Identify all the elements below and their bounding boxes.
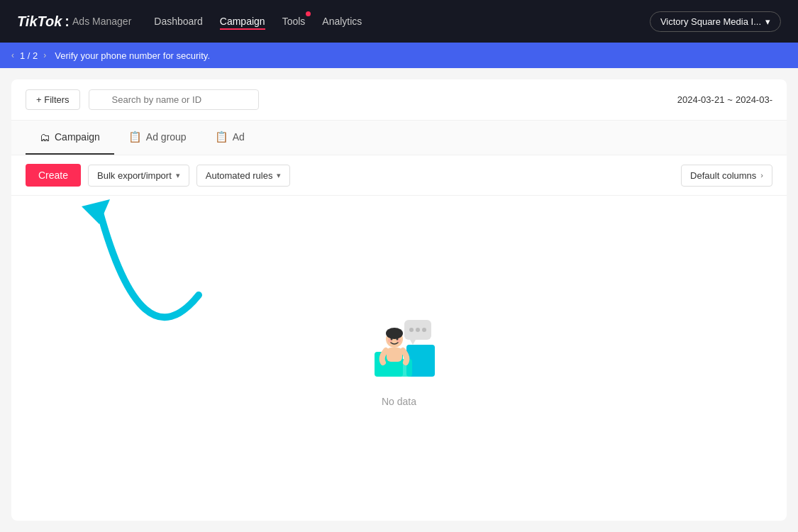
date-start: 2024-03-21 <box>677 94 725 105</box>
automated-chevron-icon: ▾ <box>277 171 281 180</box>
automated-label: Automated rules <box>206 170 273 181</box>
nav-dashboard[interactable]: Dashboard <box>154 13 203 30</box>
no-data-label: No data <box>382 396 416 407</box>
notification-bar: ‹ 1 / 2 › Verify your phone number for s… <box>0 43 798 68</box>
logo-text: TikTok <box>17 13 62 30</box>
notif-next-button[interactable]: › <box>43 50 46 60</box>
date-range: 2024-03-21 ~ 2024-03- <box>677 94 772 105</box>
create-button[interactable]: Create <box>26 164 81 187</box>
svg-point-12 <box>390 338 392 340</box>
campaign-icon: 🗂 <box>40 131 50 143</box>
bulk-label: Bulk export/import <box>97 170 172 181</box>
adgroup-icon: 📋 <box>128 131 142 143</box>
bulk-chevron-icon: ▾ <box>176 171 180 180</box>
content-card: + Filters 🔍 2024-03-21 ~ 2024-03- 🗂 Camp… <box>11 79 787 521</box>
tab-campaign-label: Campaign <box>55 131 100 143</box>
ad-icon: 📋 <box>215 131 228 143</box>
svg-marker-4 <box>410 340 416 345</box>
logo-separator: : <box>65 13 70 30</box>
tab-adgroup-label: Ad group <box>146 131 187 143</box>
automated-rules-button[interactable]: Automated rules ▾ <box>196 165 291 187</box>
tab-campaign[interactable]: 🗂 Campaign <box>26 121 114 155</box>
no-data-area: No data <box>11 196 787 521</box>
bulk-export-button[interactable]: Bulk export/import ▾ <box>88 165 189 187</box>
nav-left: TikTok: Ads Manager Dashboard Campaign T… <box>17 13 362 30</box>
nav-tools[interactable]: Tools <box>282 13 306 30</box>
tab-adgroup[interactable]: 📋 Ad group <box>114 121 201 155</box>
account-chevron-icon: ▾ <box>765 16 770 27</box>
tools-notification-dot <box>306 11 311 16</box>
default-columns-button[interactable]: Default columns › <box>681 165 772 187</box>
date-separator: ~ <box>727 94 733 105</box>
svg-point-9 <box>386 328 403 339</box>
main-wrapper: + Filters 🔍 2024-03-21 ~ 2024-03- 🗂 Camp… <box>0 68 798 532</box>
notif-page-info: 1 / 2 <box>20 50 38 61</box>
action-row: Create Bulk export/import ▾ Automated ru… <box>11 155 787 196</box>
svg-point-6 <box>416 328 420 332</box>
filter-left: + Filters 🔍 <box>26 89 259 110</box>
filters-button[interactable]: + Filters <box>26 89 80 110</box>
tab-ad-label: Ad <box>233 131 245 143</box>
tabs-row: 🗂 Campaign 📋 Ad group 📋 Ad <box>11 121 787 155</box>
tiktok-logo: TikTok: Ads Manager <box>17 13 131 30</box>
svg-point-5 <box>409 328 414 332</box>
notif-pagination: ‹ 1 / 2 › <box>11 50 46 61</box>
svg-rect-14 <box>387 348 402 362</box>
notif-prev-button[interactable]: ‹ <box>11 50 14 60</box>
action-left: Create Bulk export/import ▾ Automated ru… <box>26 164 290 187</box>
svg-point-7 <box>422 328 426 332</box>
date-end: 2024-03- <box>736 94 772 105</box>
account-label: Victory Square Media I... <box>660 16 761 27</box>
filters-label: + Filters <box>36 94 70 105</box>
nav-campaign[interactable]: Campaign <box>220 13 265 30</box>
columns-chevron-icon: › <box>760 171 763 179</box>
filter-bar: + Filters 🔍 2024-03-21 ~ 2024-03- <box>11 79 787 121</box>
notif-message: Verify your phone number for security. <box>55 50 210 61</box>
nav-links: Dashboard Campaign Tools Analytics <box>154 13 362 30</box>
search-wrapper: 🔍 <box>89 89 259 110</box>
svg-point-13 <box>396 338 398 340</box>
tab-ad[interactable]: 📋 Ad <box>201 121 259 155</box>
default-columns-label: Default columns <box>690 170 756 181</box>
account-button[interactable]: Victory Square Media I... ▾ <box>650 11 781 32</box>
no-data-illustration <box>353 309 445 387</box>
ads-manager-label: Ads Manager <box>72 16 131 27</box>
nav-analytics[interactable]: Analytics <box>322 13 362 30</box>
top-nav: TikTok: Ads Manager Dashboard Campaign T… <box>0 0 798 43</box>
search-input[interactable] <box>89 89 259 110</box>
